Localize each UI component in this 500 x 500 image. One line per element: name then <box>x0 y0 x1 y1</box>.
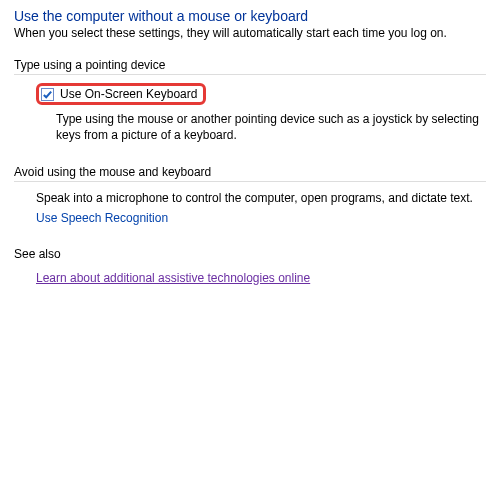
section-header-avoid: Avoid using the mouse and keyboard <box>14 165 486 182</box>
page-subtitle: When you select these settings, they wil… <box>14 26 486 40</box>
section-header-seealso: See also <box>14 247 486 263</box>
checkmark-icon <box>42 89 53 100</box>
section-header-pointing: Type using a pointing device <box>14 58 486 75</box>
use-speech-recognition-link[interactable]: Use Speech Recognition <box>36 211 168 225</box>
page-title: Use the computer without a mouse or keyb… <box>14 8 486 24</box>
use-onscreen-keyboard-label: Use On-Screen Keyboard <box>60 87 197 101</box>
section-see-also: See also Learn about additional assistiv… <box>14 247 486 285</box>
use-onscreen-keyboard-checkbox[interactable] <box>41 88 54 101</box>
assistive-technologies-link[interactable]: Learn about additional assistive technol… <box>36 271 310 285</box>
speech-helper-text: Speak into a microphone to control the c… <box>36 190 486 206</box>
section-pointing-device: Type using a pointing device Use On-Scre… <box>14 58 486 143</box>
section-avoid-mouse-keyboard: Avoid using the mouse and keyboard Speak… <box>14 165 486 224</box>
onscreen-keyboard-helper-text: Type using the mouse or another pointing… <box>36 111 486 143</box>
use-onscreen-keyboard-row[interactable]: Use On-Screen Keyboard <box>36 83 206 105</box>
